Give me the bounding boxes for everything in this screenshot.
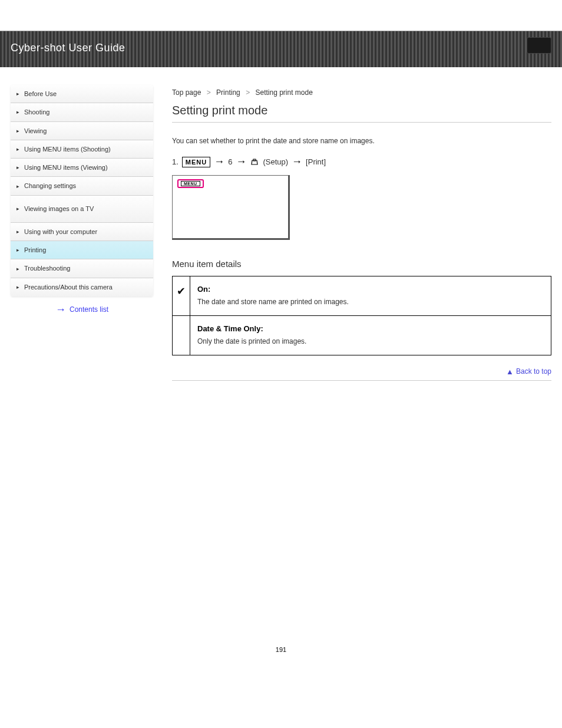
sidebar: ▸ Before Use ▸ Shooting ▸ Viewing ▸ Usin… — [11, 85, 153, 381]
table-row: Date & Time Only: Only the date is print… — [173, 315, 551, 355]
sidebar-label: Using MENU items (Shooting) — [24, 145, 111, 153]
sidebar-label: Changing settings — [24, 182, 76, 190]
sidebar-label: Troubleshooting — [24, 264, 70, 272]
breadcrumb-section[interactable]: Printing — [216, 88, 240, 97]
description: You can set whether to print the date an… — [172, 136, 551, 146]
print-button[interactable] — [527, 37, 551, 54]
breadcrumb: Top page > Printing > Setting print mode — [172, 88, 551, 97]
option-cell: Date & Time Only: Only the date is print… — [190, 315, 551, 355]
sidebar-label: Precautions/About this camera — [24, 283, 113, 291]
menu-inner-badge: MENU — [181, 181, 200, 186]
sidebar-item-menu-viewing[interactable]: ▸ Using MENU items (Viewing) — [11, 159, 153, 177]
chevron-right-icon: ▸ — [16, 91, 19, 97]
breadcrumb-page: Setting print mode — [255, 88, 312, 97]
guide-title: Cyber-shot User Guide — [11, 42, 125, 54]
sidebar-label: Shooting — [24, 108, 49, 116]
sidebar-label: Using MENU items (Viewing) — [24, 163, 108, 172]
path-print-label: [Print] — [306, 157, 326, 166]
setup-toolbox-icon — [250, 157, 259, 167]
chevron-right-icon: ▸ — [16, 266, 19, 272]
subsection-title: Menu item details — [172, 259, 551, 269]
path-setup-label: (Setup) — [263, 157, 288, 166]
sidebar-item-changing-settings[interactable]: ▸ Changing settings — [11, 177, 153, 195]
chevron-right-icon: ▸ — [16, 109, 19, 115]
chevron-right-icon: ▸ — [16, 229, 19, 235]
sidebar-label: Using with your computer — [24, 228, 97, 236]
chevron-right-icon: ▸ — [16, 206, 19, 212]
sidebar-label: Viewing images on a TV — [24, 205, 94, 213]
breadcrumb-top[interactable]: Top page — [172, 88, 201, 97]
sidebar-item-shooting[interactable]: ▸ Shooting — [11, 103, 153, 121]
sidebar-item-before-use[interactable]: ▸ Before Use — [11, 85, 153, 103]
sidebar-item-menu-shooting[interactable]: ▸ Using MENU items (Shooting) — [11, 140, 153, 159]
back-to-top-link[interactable]: ▲ Back to top — [172, 366, 551, 377]
sidebar-item-computer[interactable]: ▸ Using with your computer — [11, 223, 153, 241]
sidebar-label: Viewing — [24, 127, 47, 135]
option-desc: The date and store name are printed on i… — [197, 297, 544, 307]
page-number: 191 — [0, 646, 562, 665]
step-number: 1. — [172, 157, 178, 166]
triangle-up-icon: ▲ — [506, 367, 514, 376]
sidebar-label: Printing — [24, 246, 46, 254]
sidebar-item-precautions[interactable]: ▸ Precautions/About this camera — [11, 278, 153, 297]
sidebar-item-viewing-tv[interactable]: ▸ Viewing images on a TV — [11, 196, 153, 223]
chevron-right-icon: ▸ — [16, 247, 19, 253]
sidebar-label: Before Use — [24, 90, 57, 98]
check-mark-icon: ✔ — [173, 276, 190, 316]
options-table: ✔ On: The date and store name are printe… — [172, 276, 551, 355]
arrow-right-icon: → — [55, 304, 66, 316]
check-col-empty — [173, 315, 190, 355]
chevron-right-icon: ▸ — [16, 164, 19, 170]
table-row: ✔ On: The date and store name are printe… — [173, 276, 551, 316]
back-to-top-label: Back to top — [516, 367, 551, 375]
chevron-right-icon: ▸ — [16, 146, 19, 152]
arrow-right-icon: → — [214, 156, 224, 168]
menu-path: 1. MENU → 6 → (Setup) → [Print] — [172, 156, 551, 168]
path-step-1: 6 — [228, 157, 232, 166]
arrow-right-icon: → — [292, 156, 302, 168]
option-title: On: — [197, 285, 544, 294]
bottom-divider — [172, 380, 551, 381]
option-title: Date & Time Only: — [197, 324, 544, 333]
sidebar-list: ▸ Before Use ▸ Shooting ▸ Viewing ▸ Usin… — [11, 85, 153, 297]
contents-label: Contents list — [70, 305, 108, 314]
arrow-right-icon: → — [236, 156, 246, 168]
option-cell: On: The date and store name are printed … — [190, 276, 551, 316]
sidebar-item-viewing[interactable]: ▸ Viewing — [11, 122, 153, 140]
title-divider — [172, 122, 551, 123]
main-content: Top page > Printing > Setting print mode… — [172, 85, 551, 381]
menu-highlight-box: MENU — [177, 179, 204, 188]
chevron-right-icon: ▸ — [16, 284, 19, 290]
contents-list-link[interactable]: → Contents list — [11, 297, 153, 323]
header-bar: Cyber-shot User Guide — [0, 31, 562, 67]
chevron-right-icon: ▸ — [16, 128, 19, 134]
sidebar-item-printing[interactable]: ▸ Printing — [11, 241, 153, 259]
sidebar-item-troubleshooting[interactable]: ▸ Troubleshooting — [11, 259, 153, 278]
chevron-right-icon: ▸ — [16, 183, 19, 189]
menu-badge-icon: MENU — [182, 157, 210, 167]
option-desc: Only the date is printed on images. — [197, 337, 544, 347]
screen-illustration: MENU — [172, 175, 290, 240]
page-title: Setting print mode — [172, 104, 551, 117]
